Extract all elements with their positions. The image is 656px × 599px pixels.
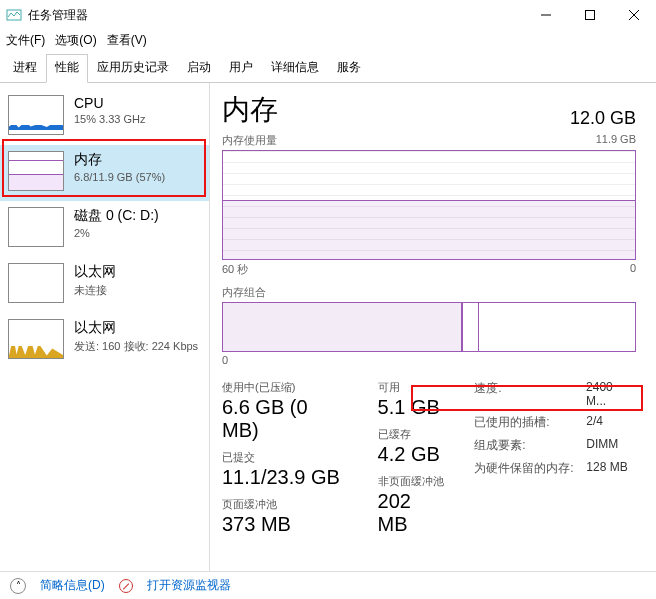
sidebar-disk-sub: 2% <box>74 227 159 239</box>
memory-thumbnail <box>8 151 64 191</box>
graph1-xleft: 60 秒 <box>222 262 248 277</box>
sidebar-item-ethernet-2[interactable]: 以太网发送: 160 接收: 224 Kbps <box>0 313 209 369</box>
memory-usage-graph[interactable] <box>222 150 636 260</box>
reserved-value: 128 MB <box>586 460 627 477</box>
committed-label: 已提交 <box>222 450 350 465</box>
sidebar-memory-name: 内存 <box>74 151 165 169</box>
tab-performance[interactable]: 性能 <box>46 54 88 83</box>
detail-pane: 内存 12.0 GB 内存使用量11.9 GB 60 秒0 内存组合 0 使用中… <box>210 83 656 573</box>
resmon-icon <box>119 579 133 593</box>
sidebar-memory-sub: 6.8/11.9 GB (57%) <box>74 171 165 183</box>
speed-value: 2400 M... <box>586 380 636 408</box>
sidebar-disk-name: 磁盘 0 (C: D:) <box>74 207 159 225</box>
sidebar-eth2-name: 以太网 <box>74 319 198 337</box>
sidebar-item-memory[interactable]: 内存6.8/11.9 GB (57%) <box>0 145 209 201</box>
sidebar: CPU15% 3.33 GHz 内存6.8/11.9 GB (57%) 磁盘 0… <box>0 83 210 573</box>
cached-value: 4.2 GB <box>378 443 447 466</box>
reserved-key: 为硬件保留的内存: <box>474 460 574 477</box>
in-use-value: 6.6 GB (0 MB) <box>222 396 350 442</box>
chevron-up-icon[interactable]: ˄ <box>10 578 26 594</box>
maximize-button[interactable] <box>568 0 612 30</box>
menu-view[interactable]: 查看(V) <box>107 32 147 49</box>
svg-rect-2 <box>586 11 595 20</box>
sidebar-cpu-name: CPU <box>74 95 146 111</box>
detail-total: 12.0 GB <box>570 108 636 129</box>
title-bar: 任务管理器 <box>0 0 656 30</box>
nonpaged-value: 202 MB <box>378 490 447 536</box>
graph2-label: 内存组合 <box>222 285 266 300</box>
committed-value: 11.1/23.9 GB <box>222 466 350 489</box>
window-title: 任务管理器 <box>28 7 524 24</box>
tab-users[interactable]: 用户 <box>220 54 262 82</box>
sidebar-item-ethernet-1[interactable]: 以太网未连接 <box>0 257 209 313</box>
menu-options[interactable]: 选项(O) <box>55 32 96 49</box>
tab-bar: 进程 性能 应用历史记录 启动 用户 详细信息 服务 <box>0 54 656 83</box>
memory-composition-graph[interactable] <box>222 302 636 352</box>
tab-startup[interactable]: 启动 <box>178 54 220 82</box>
fewer-details-link[interactable]: 简略信息(D) <box>40 577 105 594</box>
graph1-max: 11.9 GB <box>596 133 636 148</box>
sidebar-eth1-name: 以太网 <box>74 263 116 281</box>
menu-bar: 文件(F) 选项(O) 查看(V) <box>0 30 656 50</box>
sidebar-eth1-sub: 未连接 <box>74 283 116 298</box>
form-key: 组成要素: <box>474 437 574 454</box>
detail-title: 内存 <box>222 91 278 129</box>
avail-label: 可用 <box>378 380 447 395</box>
disk-thumbnail <box>8 207 64 247</box>
app-icon <box>6 7 22 23</box>
close-button[interactable] <box>612 0 656 30</box>
tab-app-history[interactable]: 应用历史记录 <box>88 54 178 82</box>
form-value: DIMM <box>586 437 618 454</box>
paged-label: 页面缓冲池 <box>222 497 350 512</box>
slots-value: 2/4 <box>586 414 603 431</box>
cpu-thumbnail <box>8 95 64 135</box>
ethernet2-thumbnail <box>8 319 64 359</box>
paged-value: 373 MB <box>222 513 350 536</box>
tab-processes[interactable]: 进程 <box>4 54 46 82</box>
sidebar-item-cpu[interactable]: CPU15% 3.33 GHz <box>0 89 209 145</box>
open-resmon-link[interactable]: 打开资源监视器 <box>147 577 231 594</box>
tab-details[interactable]: 详细信息 <box>262 54 328 82</box>
footer: ˄ 简略信息(D) 打开资源监视器 <box>0 571 656 599</box>
graph1-label: 内存使用量 <box>222 133 277 148</box>
avail-value: 5.1 GB <box>378 396 447 419</box>
in-use-label: 使用中(已压缩) <box>222 380 350 395</box>
nonpaged-label: 非页面缓冲池 <box>378 474 447 489</box>
sidebar-cpu-sub: 15% 3.33 GHz <box>74 113 146 125</box>
ethernet1-thumbnail <box>8 263 64 303</box>
speed-key: 速度: <box>474 380 574 408</box>
menu-file[interactable]: 文件(F) <box>6 32 45 49</box>
tab-services[interactable]: 服务 <box>328 54 370 82</box>
minimize-button[interactable] <box>524 0 568 30</box>
cached-label: 已缓存 <box>378 427 447 442</box>
sidebar-eth2-sub: 发送: 160 接收: 224 Kbps <box>74 339 198 354</box>
graph1-xright: 0 <box>630 262 636 277</box>
slots-key: 已使用的插槽: <box>474 414 574 431</box>
sidebar-item-disk[interactable]: 磁盘 0 (C: D:)2% <box>0 201 209 257</box>
